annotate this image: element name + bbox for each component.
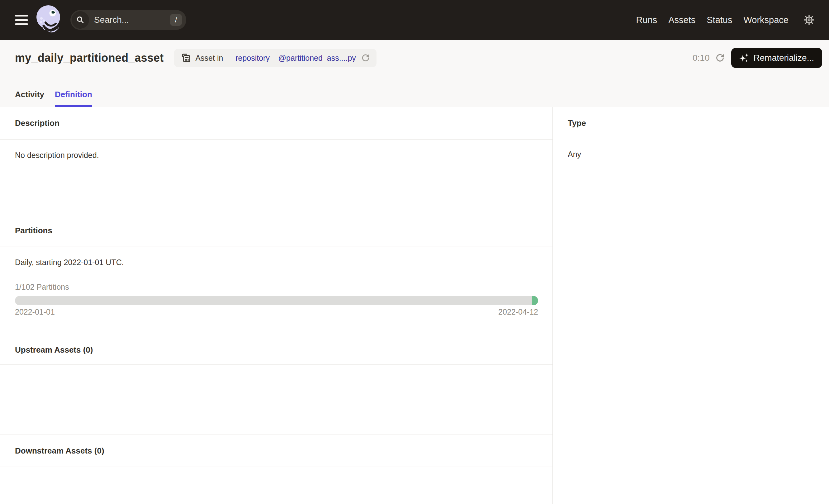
repository-file-link[interactable]: __repository__@partitioned_ass....py bbox=[227, 53, 356, 63]
asset-in-label: Asset in bbox=[195, 53, 223, 63]
partition-schedule-text: Daily, starting 2022-01-01 UTC. bbox=[15, 258, 538, 267]
description-body: No description provided. bbox=[0, 140, 552, 215]
description-heading: Description bbox=[0, 107, 552, 140]
partition-range-end: 2022-04-12 bbox=[498, 308, 538, 317]
definition-content: Description No description provided. Par… bbox=[0, 107, 829, 504]
partitions-body: Daily, starting 2022-01-01 UTC. 1/102 Pa… bbox=[0, 246, 552, 335]
page-header: my_daily_partitioned_asset bbox=[0, 40, 829, 107]
upstream-assets-heading: Upstream Assets (0) bbox=[0, 335, 552, 365]
reload-location-icon[interactable] bbox=[361, 53, 370, 63]
asset-location-badge: Asset in __repository__@partitioned_ass.… bbox=[174, 49, 376, 67]
dagster-logo-icon[interactable] bbox=[36, 5, 61, 35]
tab-definition[interactable]: Definition bbox=[55, 90, 92, 107]
refresh-icon[interactable] bbox=[715, 53, 725, 63]
hamburger-menu-icon[interactable] bbox=[15, 15, 28, 25]
downstream-assets-heading: Downstream Assets (0) bbox=[0, 435, 552, 467]
sparkles-icon bbox=[739, 53, 749, 63]
partitions-heading: Partitions bbox=[0, 215, 552, 246]
downstream-assets-body bbox=[0, 467, 552, 504]
nav-link-workspace[interactable]: Workspace bbox=[743, 15, 789, 25]
nav-link-status[interactable]: Status bbox=[707, 15, 732, 25]
left-column: Description No description provided. Par… bbox=[0, 107, 553, 504]
type-heading: Type bbox=[553, 107, 829, 139]
app-window: / Runs Assets Status Workspace bbox=[0, 0, 829, 504]
top-navbar: / Runs Assets Status Workspace bbox=[0, 0, 829, 40]
page-title: my_daily_partitioned_asset bbox=[15, 51, 164, 65]
gear-icon[interactable] bbox=[803, 14, 815, 26]
partition-progress-bar bbox=[15, 296, 538, 305]
tab-activity[interactable]: Activity bbox=[15, 90, 44, 107]
tab-bar: Activity Definition bbox=[15, 90, 92, 107]
nav-link-assets[interactable]: Assets bbox=[668, 15, 695, 25]
search-box[interactable]: / bbox=[70, 10, 186, 30]
type-value: Any bbox=[553, 139, 829, 159]
nav-links: Runs Assets Status Workspace bbox=[636, 15, 789, 25]
right-column: Type Any bbox=[553, 107, 829, 504]
partition-count-label: 1/102 Partitions bbox=[15, 283, 538, 292]
refresh-countdown: 0:10 bbox=[693, 53, 710, 63]
rematerialize-button[interactable]: Rematerialize... bbox=[731, 48, 822, 68]
upstream-assets-body bbox=[0, 365, 552, 435]
search-icon bbox=[72, 11, 89, 29]
rematerialize-label: Rematerialize... bbox=[753, 53, 814, 63]
search-input[interactable] bbox=[94, 15, 170, 25]
partition-range-start: 2022-01-01 bbox=[15, 308, 55, 317]
repository-icon bbox=[180, 52, 191, 64]
slash-shortcut-key: / bbox=[170, 14, 182, 26]
partition-progress-fill bbox=[532, 296, 538, 305]
nav-link-runs[interactable]: Runs bbox=[636, 15, 657, 25]
